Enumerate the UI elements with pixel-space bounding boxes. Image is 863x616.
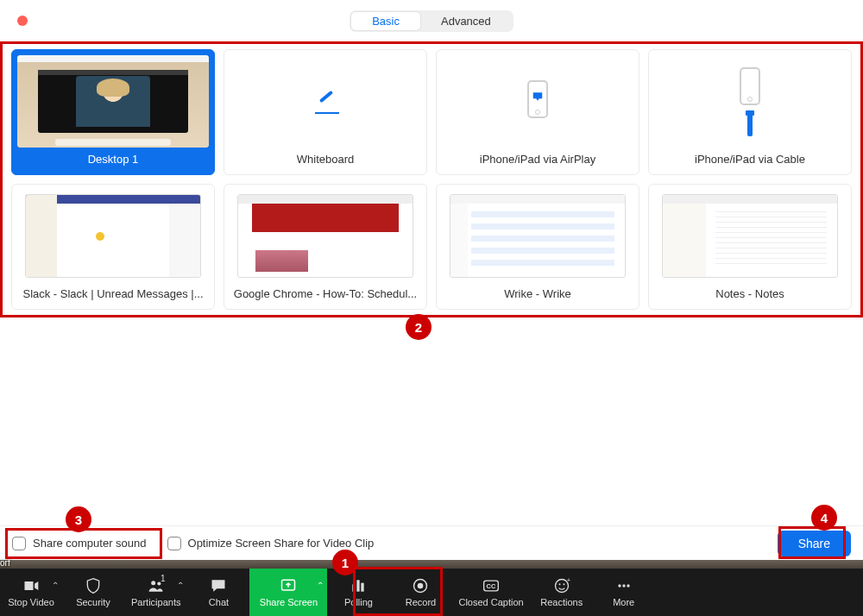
security-button[interactable]: Security [62,569,124,616]
share-options-grid: Desktop 1 Whiteboard iPhone/iPad via Air… [0,41,863,317]
chevron-up-icon[interactable]: ⌃ [52,581,59,590]
share-option-desktop-1[interactable]: Desktop 1 [11,49,215,175]
titlebar: Basic Advanced [0,0,863,41]
more-button[interactable]: More [593,569,655,616]
share-option-label: iPhone/iPad via Cable [695,153,805,166]
svg-text:CC: CC [487,582,496,590]
share-button[interactable]: Share [778,531,851,556]
share-option-label: Google Chrome - How-To: Schedul... [234,287,417,300]
share-screen-button[interactable]: ⌃ Share Screen [249,569,327,616]
tab-advanced[interactable]: Advanced [420,12,512,30]
share-option-airplay[interactable]: iPhone/iPad via AirPlay [436,49,639,175]
reactions-button[interactable]: + Reactions [531,569,593,616]
label-share-sound: Share computer sound [33,537,147,550]
share-screen-icon [279,577,298,594]
share-option-slack[interactable]: Slack - Slack | Unread Messages |... [11,184,215,310]
label-optimize-video: Optimize Screen Share for Video Clip [188,537,375,550]
share-option-notes[interactable]: Notes - Notes [648,184,852,310]
share-option-label: Whiteboard [297,153,354,166]
share-option-whiteboard[interactable]: Whiteboard [224,49,427,175]
svg-point-16 [627,584,629,587]
svg-point-0 [151,581,155,585]
participants-button[interactable]: 1 ⌃ Participants [124,569,187,616]
app-thumbnail-slack [17,190,209,282]
smile-icon: + [552,577,571,594]
whiteboard-icon [230,55,421,148]
chevron-up-icon[interactable]: ⌃ [317,581,324,590]
airplay-icon [442,55,633,148]
svg-rect-3 [353,584,356,591]
svg-rect-5 [362,583,364,592]
svg-text:+: + [567,577,571,584]
polling-button[interactable]: Polling [327,569,389,616]
stop-video-button[interactable]: ⌃ Stop Video [0,569,62,616]
participants-count: 1 [161,574,166,583]
share-option-label: Desktop 1 [88,153,139,166]
app-thumbnail-chrome [230,190,421,282]
meeting-toolbar: ⌃ Stop Video Security 1 ⌃ Participants C… [0,569,863,616]
svg-rect-4 [357,580,360,591]
meeting-video-strip [0,560,863,569]
svg-point-11 [558,583,560,585]
record-icon [411,577,430,594]
cable-icon [654,55,846,148]
share-option-wrike[interactable]: Wrike - Wrike [436,184,639,310]
share-option-chrome[interactable]: Google Chrome - How-To: Schedul... [224,184,427,310]
annotation-marker-2: 2 [406,314,432,340]
chat-button[interactable]: Chat [187,569,249,616]
app-thumbnail-wrike [442,190,633,282]
app-thumbnail-notes [654,190,846,282]
share-option-label: iPhone/iPad via AirPlay [480,153,595,166]
checkbox-optimize-video[interactable] [167,537,181,550]
svg-point-15 [622,584,625,587]
poll-icon [349,577,368,594]
close-window-button[interactable] [17,16,28,26]
shield-icon [84,577,103,594]
participant-name-fragment: orf [0,558,10,568]
record-button[interactable]: Record [389,569,451,616]
svg-point-14 [618,584,620,587]
mode-tabs: Basic Advanced [350,10,513,32]
share-option-label: Notes - Notes [715,287,784,300]
chat-icon [209,577,228,594]
checkbox-share-sound[interactable] [12,537,26,550]
share-option-label: Slack - Slack | Unread Messages |... [22,287,203,300]
share-option-label: Wrike - Wrike [504,287,571,300]
share-option-cable[interactable]: iPhone/iPad via Cable [648,49,852,175]
share-options-bar: Share computer sound Optimize Screen Sha… [0,525,863,560]
desktop-thumbnail [17,55,209,148]
chevron-up-icon[interactable]: ⌃ [177,581,184,590]
closed-caption-button[interactable]: CC Closed Caption [451,569,530,616]
svg-point-12 [563,583,564,585]
tab-basic[interactable]: Basic [351,12,420,30]
more-icon [614,577,633,594]
svg-point-7 [418,583,424,589]
cc-icon: CC [482,577,501,594]
video-icon [22,577,41,594]
